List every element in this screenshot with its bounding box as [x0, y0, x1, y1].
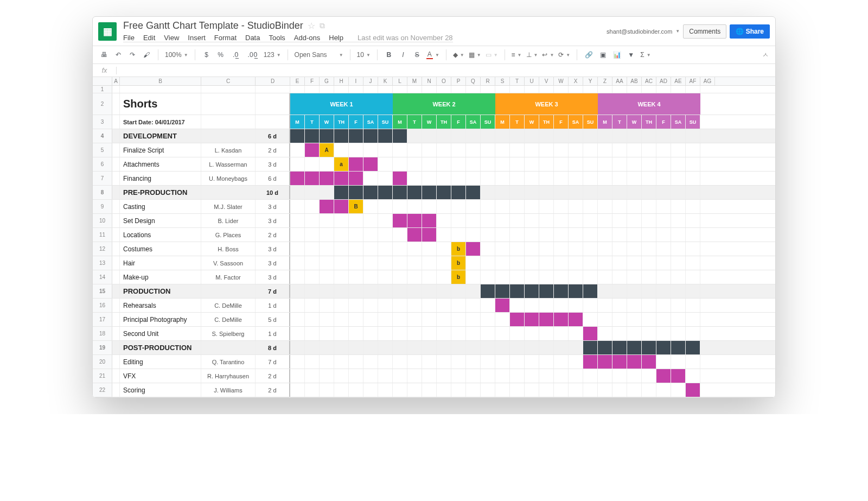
cell-day[interactable] [305, 200, 320, 213]
cell-day[interactable] [598, 299, 612, 312]
cell-day[interactable] [525, 341, 539, 354]
cell-day[interactable] [671, 313, 686, 326]
cell-day[interactable] [393, 327, 407, 340]
comment-icon[interactable]: ▣ [598, 50, 608, 60]
cell-day[interactable] [334, 228, 349, 242]
row-header[interactable]: 10 [93, 214, 112, 227]
cell-day[interactable] [422, 355, 437, 369]
cell-day[interactable] [686, 284, 700, 298]
account-email[interactable]: shant@studiobinder.com [607, 28, 672, 35]
cell-day[interactable] [510, 299, 525, 312]
cell-day[interactable] [539, 200, 554, 213]
cell-day[interactable] [378, 129, 393, 143]
move-icon[interactable]: ⧉ [320, 21, 325, 30]
cell-day[interactable] [290, 341, 305, 354]
cell-day[interactable] [320, 284, 334, 298]
cell-day[interactable] [349, 86, 363, 93]
cell-day[interactable] [349, 313, 363, 326]
cell-day[interactable] [481, 256, 495, 270]
cell-day[interactable] [627, 242, 642, 256]
cell-day[interactable] [642, 228, 656, 242]
cell-day[interactable] [466, 172, 481, 185]
cell-day[interactable] [671, 129, 686, 143]
cell-day[interactable] [656, 186, 671, 199]
col-header-X[interactable]: X [569, 77, 583, 85]
cell-day[interactable] [642, 369, 656, 383]
cell-day[interactable] [334, 129, 349, 143]
row-header[interactable]: 4 [93, 129, 112, 143]
cell-day[interactable] [525, 214, 539, 227]
cell[interactable] [256, 93, 290, 115]
row-header[interactable]: 19 [93, 341, 112, 354]
cell-day[interactable] [642, 313, 656, 326]
cell-day[interactable] [627, 327, 642, 340]
cell-day[interactable] [422, 172, 437, 185]
cell-day[interactable] [422, 86, 437, 93]
cell-day[interactable] [671, 270, 686, 284]
cell-day[interactable] [349, 242, 363, 256]
cell-day[interactable] [305, 172, 320, 185]
cell-day[interactable] [525, 186, 539, 199]
cell-day[interactable] [393, 214, 407, 227]
cell-day[interactable] [349, 157, 363, 171]
cell[interactable]: 6 d [256, 129, 290, 143]
cell-day[interactable] [583, 242, 598, 256]
row-header[interactable]: 9 [93, 200, 112, 213]
cell-day[interactable] [320, 129, 334, 143]
cell-day[interactable] [290, 369, 305, 383]
cell-day[interactable] [686, 270, 700, 284]
cell-day[interactable] [656, 143, 671, 157]
cell[interactable]: 3 d [256, 270, 290, 284]
cell-day[interactable] [481, 284, 495, 298]
cell-day[interactable] [290, 270, 305, 284]
cell-day[interactable] [437, 355, 451, 369]
cell-day[interactable] [437, 86, 451, 93]
cell-day[interactable] [393, 270, 407, 284]
cell-day[interactable] [686, 86, 700, 93]
cell-day[interactable] [422, 129, 437, 143]
cell-day[interactable] [451, 186, 466, 199]
cell-day[interactable] [422, 270, 437, 284]
text-color-dropdown[interactable]: A ▼ [426, 50, 439, 59]
cell-day[interactable] [510, 86, 525, 93]
fill-color-dropdown[interactable]: ◆ ▼ [453, 51, 464, 59]
cell-day[interactable] [627, 214, 642, 227]
cell-day[interactable] [437, 200, 451, 213]
cell-day[interactable] [583, 129, 598, 143]
cell-day[interactable] [378, 341, 393, 354]
cell-day[interactable] [554, 143, 569, 157]
cell[interactable]: M.J. Slater [201, 200, 256, 213]
row-header[interactable]: 7 [93, 172, 112, 185]
cell-day[interactable] [583, 86, 598, 93]
cell-day[interactable] [363, 186, 378, 199]
chart-icon[interactable]: 📊 [612, 50, 622, 60]
cell-day[interactable] [656, 313, 671, 326]
cell[interactable]: Rehearsals [120, 299, 201, 312]
cell-day[interactable] [305, 129, 320, 143]
cell-day[interactable] [305, 355, 320, 369]
cell-day[interactable] [422, 383, 437, 397]
col-header-Y[interactable]: Y [583, 77, 598, 85]
formula-bar[interactable]: fx [93, 64, 775, 77]
cell-day[interactable] [320, 186, 334, 199]
cell-day[interactable] [656, 270, 671, 284]
col-header-D[interactable]: D [256, 77, 290, 85]
cell-day[interactable] [466, 200, 481, 213]
cell-day[interactable] [481, 383, 495, 397]
cell-day[interactable] [525, 284, 539, 298]
increase-decimal-icon[interactable]: .00̲ [246, 50, 259, 60]
cell-day[interactable] [525, 383, 539, 397]
cell-day[interactable] [422, 186, 437, 199]
cell-day[interactable] [437, 228, 451, 242]
cell-day[interactable] [598, 313, 612, 326]
cell-day[interactable] [422, 157, 437, 171]
cell-day[interactable] [671, 242, 686, 256]
cell-day[interactable] [671, 327, 686, 340]
cell-day[interactable] [627, 341, 642, 354]
cell-day[interactable] [334, 313, 349, 326]
cell-day[interactable] [378, 172, 393, 185]
col-header-AF[interactable]: AF [686, 77, 700, 85]
cell-day[interactable] [583, 200, 598, 213]
col-header-L[interactable]: L [393, 77, 407, 85]
cell-day[interactable] [525, 143, 539, 157]
